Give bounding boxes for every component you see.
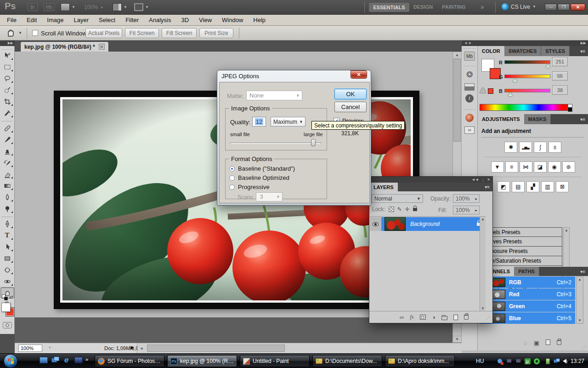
crop-tool[interactable] [0,96,14,107]
collapse-left-icon[interactable]: ◄◄ [462,41,471,45]
blend-mode-select[interactable]: Normal ▼ [372,194,423,203]
start-button[interactable] [4,354,17,368]
statusbar-arrow-icon[interactable]: ▶ [130,345,134,351]
statusbar-zoom-field[interactable]: 100% [18,345,42,352]
cs-live-button[interactable]: CS Live ▼ [502,3,536,10]
taskbar-button-firefox[interactable]: SG Fórum - Photosh... [95,355,164,367]
radio-selected-icon[interactable] [229,166,235,172]
progressive-option[interactable]: Progressive [229,184,270,190]
dialog-titlebar[interactable]: JPEG Options [219,70,369,82]
posterize-icon[interactable]: ▤ [512,182,524,192]
history-brush-tool[interactable] [0,157,14,168]
b-slider[interactable] [504,89,550,92]
utorrent-tray-icon[interactable]: µ [524,357,531,365]
black-white-icon[interactable]: ◪ [534,162,546,172]
menu-filter[interactable]: Filter [120,15,144,25]
curves-icon[interactable]: ʃ [534,142,546,152]
preset-item[interactable]: Levels Presets [481,227,562,237]
panel-menu-icon[interactable]: ▾≡ [482,183,492,191]
minibridge-button[interactable]: Mb [44,3,55,11]
collapse-panel-icon[interactable]: ◄◄ [471,178,479,182]
r-slider-thumb[interactable] [546,64,550,68]
lock-transparency-icon[interactable] [389,207,394,212]
menu-help[interactable]: Help [248,15,271,25]
close-button[interactable]: ✕ [571,4,585,11]
gradient-tool[interactable] [0,180,14,191]
gradient-map-icon[interactable]: ▥ [542,182,554,192]
layers-scroll-strip[interactable]: ▲ ▼ [480,217,486,311]
show-desktop-icon[interactable] [40,357,48,363]
ok-button[interactable]: OK [334,89,367,99]
workspace-painting[interactable]: PAINTING [442,4,466,10]
invert-icon[interactable]: ◩ [498,182,509,192]
actual-pixels-button[interactable]: Actual Pixels [85,28,122,38]
messenger-tray-icon[interactable] [496,357,503,365]
antivirus-tray-icon[interactable] [533,357,540,365]
scroll-up-icon[interactable]: ▲ [480,217,486,222]
preset-item[interactable]: Curves Presets [481,237,562,247]
print-size-button[interactable]: Print Size [199,28,233,38]
internet-explorer-icon[interactable]: e [64,356,68,365]
new-channel-icon[interactable] [546,339,550,346]
info-panel-icon[interactable]: i [465,94,474,103]
clone-stamp-tool[interactable] [0,145,14,157]
document-tab[interactable]: kep.jpg @ 100% (RGB/8#) * ✕ [20,41,109,52]
delete-layer-icon[interactable] [464,315,469,320]
hand-tool-preset[interactable]: ▼ [6,28,22,38]
guides-menu-button[interactable]: ▼ [61,3,75,11]
layer-row-background[interactable]: Background [370,217,486,231]
preset-item[interactable]: Exposure Presets [481,247,562,256]
new-group-icon[interactable] [441,316,447,320]
baseline-standard-option[interactable]: Baseline ("Standard") [229,165,295,172]
delete-channel-icon[interactable] [557,339,561,346]
lock-paint-icon[interactable]: ✎ [397,206,402,213]
resize-grip[interactable]: ⋰ [486,315,491,320]
marquee-tool[interactable] [0,61,14,73]
document-hscrollbar[interactable]: ◄ [138,343,462,354]
swap-colors-icon[interactable]: ⇄ [9,294,13,299]
move-tool[interactable] [0,50,14,61]
opacity-field[interactable]: 100% ▸ [453,194,480,203]
flip3d-icon[interactable] [51,356,60,364]
zoom-level-menu[interactable]: 100% ▼ [84,4,104,11]
scroll-down-icon[interactable]: ▼ [577,318,583,323]
layer-visibility-cell[interactable] [370,217,382,231]
document-close-icon[interactable]: ✕ [99,44,105,50]
new-adjustment-layer-icon[interactable]: ◑ [432,314,435,321]
cancel-button[interactable]: Cancel [334,102,367,112]
dodge-tool[interactable] [0,203,14,214]
radio-icon[interactable] [229,175,235,181]
volume-tray-icon[interactable]: ) [561,357,569,365]
save-selection-icon[interactable]: ▣ [534,339,539,346]
toolbar-grip[interactable] [2,46,12,50]
panel-menu-icon[interactable]: ▾≡ [577,267,588,276]
collapse-right-icon[interactable]: ▶▶ [581,40,586,46]
close-panel-icon[interactable]: ✕ [487,178,490,182]
channels-scrollbar[interactable]: ▲ ▼ [576,276,583,324]
fit-screen-button[interactable]: Fit Screen [125,28,159,38]
path-selection-tool[interactable] [0,241,14,253]
scroll-down-icon[interactable]: ▼ [453,336,461,342]
screen-mode-button[interactable]: ▼ [134,3,149,11]
quick-mask-button[interactable] [3,322,12,328]
tab-color[interactable]: COLOR [478,46,504,56]
layers-panel-titlebar[interactable]: ◄◄ | ✕ [369,177,492,183]
foreground-color-swatch[interactable] [1,303,11,312]
pen-tool[interactable] [0,218,14,230]
restore-button[interactable]: ❐ [558,4,570,11]
language-indicator[interactable]: HU [476,358,484,364]
scans-select[interactable]: 3 ▼ [256,192,283,201]
layer-style-icon[interactable]: fx [410,314,414,321]
blur-tool[interactable] [0,191,14,203]
menu-window[interactable]: Window [217,15,248,25]
quicklaunch-overflow-icon[interactable]: » [85,356,88,362]
taskbar-button-paint[interactable]: Untitled - Paint [240,355,310,367]
add-mask-icon[interactable] [420,315,426,320]
exposure-icon[interactable]: ± [549,142,561,152]
minimize-button[interactable]: — [545,4,557,11]
quality-field[interactable]: 12 [252,117,266,126]
channel-mixer-icon[interactable]: ⊛ [563,162,575,172]
menu-image[interactable]: Image [42,15,68,25]
threshold-icon[interactable]: ▞ [527,182,539,192]
preset-item[interactable]: Hue/Saturation Presets [481,256,562,266]
